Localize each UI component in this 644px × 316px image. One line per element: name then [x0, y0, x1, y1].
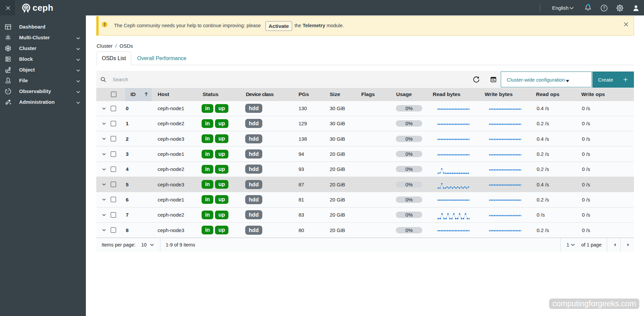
svg-text:?: ? [603, 6, 605, 10]
